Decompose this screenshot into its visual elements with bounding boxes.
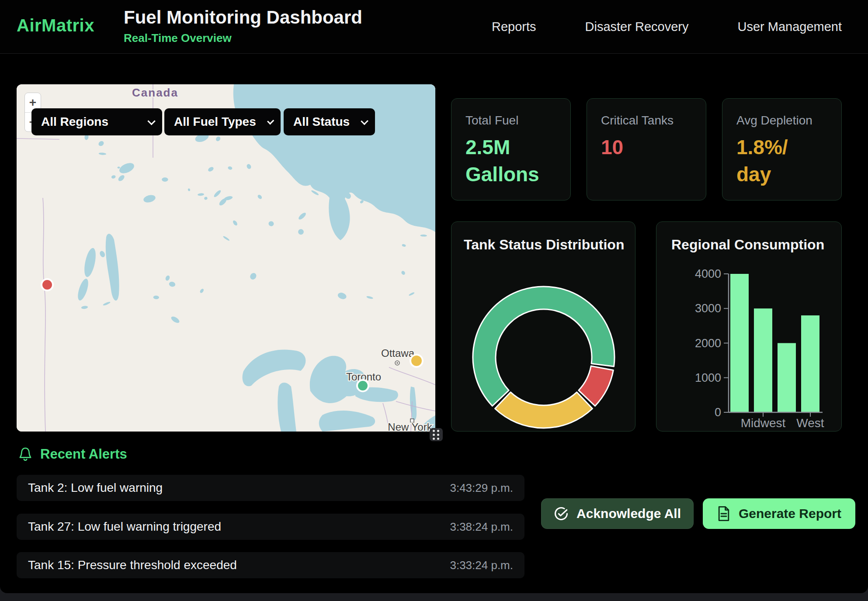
alerts-header: Recent Alerts [18, 446, 127, 462]
stat-value-total-fuel: 2.5MGallons [465, 134, 562, 188]
alert-time: 3:33:24 p.m. [450, 559, 513, 572]
map-label-canada: Canada [132, 86, 178, 99]
nav-item-reports[interactable]: Reports [492, 20, 536, 34]
bell-icon [18, 446, 32, 462]
x-axis-tick-label: Midwest [741, 416, 786, 430]
generate-report-label: Generate Report [739, 506, 841, 521]
alert-message: Tank 15: Pressure threshold exceeded [28, 558, 237, 572]
bar-region-1 [730, 274, 749, 412]
alert-row[interactable]: Tank 2: Low fuel warning 3:43:29 p.m. [17, 475, 524, 501]
alert-message: Tank 27: Low fuel warning triggered [28, 520, 221, 534]
tank-status-donut-chart [451, 222, 635, 432]
y-axis-tick-label: 4000 [695, 267, 721, 280]
stat-card-avg-depletion: Avg Depletion 1.8%/day [722, 98, 842, 200]
fuel-type-filter-value: All Fuel Types [174, 115, 256, 129]
map-label-new-york: New York [388, 421, 432, 432]
bar-west [801, 315, 819, 412]
alerts-title: Recent Alerts [40, 446, 127, 462]
alert-message: Tank 2: Low fuel warning [28, 481, 163, 495]
page-subtitle: Real-Time Overview [124, 31, 362, 45]
y-axis-tick-label: 3000 [695, 302, 721, 315]
chevron-down-icon [361, 117, 368, 125]
regional-consumption-bar-chart: 01000200030004000MidwestWest [656, 222, 842, 432]
y-axis-tick-label: 0 [715, 406, 721, 419]
region-filter-dropdown[interactable]: All Regions [31, 108, 162, 135]
chevron-down-icon [147, 117, 155, 125]
acknowledge-all-button[interactable]: Acknowledge All [541, 498, 694, 529]
stat-card-critical-tanks: Critical Tanks 10 [587, 98, 706, 200]
y-axis-tick-label: 1000 [695, 371, 721, 384]
app-header: AirMatrix Fuel Monitoring Dashboard Real… [0, 0, 868, 54]
alert-time: 3:43:29 p.m. [450, 481, 513, 495]
bar-region-3 [778, 343, 796, 413]
donut-chart-title: Tank Status Distribution [464, 237, 624, 253]
dashboard-app: AirMatrix Fuel Monitoring Dashboard Real… [0, 0, 868, 593]
stat-label: Avg Depletion [736, 114, 833, 128]
acknowledge-all-label: Acknowledge All [576, 506, 681, 521]
title-block: Fuel Monitoring Dashboard Real-Time Over… [124, 7, 362, 45]
x-axis-tick-label: West [796, 416, 824, 430]
stat-card-total-fuel: Total Fuel 2.5MGallons [451, 98, 571, 200]
chevron-down-icon [267, 117, 274, 124]
stat-value-critical-tanks: 10 [601, 134, 697, 161]
stat-value-avg-depletion: 1.8%/day [736, 134, 833, 188]
brand-logo: AirMatrix [17, 16, 94, 35]
map-label-ottawa: Ottawa [381, 347, 415, 359]
region-filter-value: All Regions [41, 115, 108, 129]
main-nav: Reports Disaster Recovery User Managemen… [492, 0, 842, 54]
map[interactable]: Canada Ottawa Toronto New York + − All R… [17, 84, 435, 432]
page-title: Fuel Monitoring Dashboard [124, 7, 362, 28]
stat-label: Total Fuel [465, 114, 562, 128]
map-canvas: Canada Ottawa Toronto New York [17, 84, 435, 432]
fuel-type-filter-dropdown[interactable]: All Fuel Types [164, 108, 281, 135]
nav-item-disaster-recovery[interactable]: Disaster Recovery [585, 20, 689, 34]
alert-row[interactable]: Tank 27: Low fuel warning triggered 3:38… [17, 514, 524, 540]
donut-segment-warning [495, 392, 593, 428]
stat-label: Critical Tanks [601, 114, 697, 128]
document-icon [717, 506, 731, 522]
stats-row: Total Fuel 2.5MGallons Critical Tanks 10… [451, 98, 842, 200]
alert-time: 3:38:24 p.m. [450, 520, 513, 534]
normal-tank-marker[interactable] [357, 380, 368, 391]
window-background-strip [0, 593, 868, 601]
bar-midwest [754, 308, 772, 412]
status-filter-value: All Status [293, 115, 350, 129]
warning-tank-marker[interactable] [410, 355, 423, 367]
bar-chart-title: Regional Consumption [671, 237, 824, 253]
y-axis-tick-label: 2000 [695, 337, 721, 350]
generate-report-button[interactable]: Generate Report [703, 498, 855, 529]
regional-consumption-card: Regional Consumption 01000200030004000Mi… [656, 221, 842, 432]
map-resize-handle[interactable] [430, 428, 443, 441]
tank-status-distribution-card: Tank Status Distribution [451, 221, 635, 432]
nav-item-user-management[interactable]: User Management [737, 20, 842, 34]
ottawa-town-icon-dot [396, 362, 398, 364]
critical-tank-marker[interactable] [42, 279, 53, 290]
alert-row[interactable]: Tank 15: Pressure threshold exceeded 3:3… [17, 552, 524, 578]
status-filter-dropdown[interactable]: All Status [284, 108, 375, 135]
check-circle-icon [554, 506, 569, 521]
